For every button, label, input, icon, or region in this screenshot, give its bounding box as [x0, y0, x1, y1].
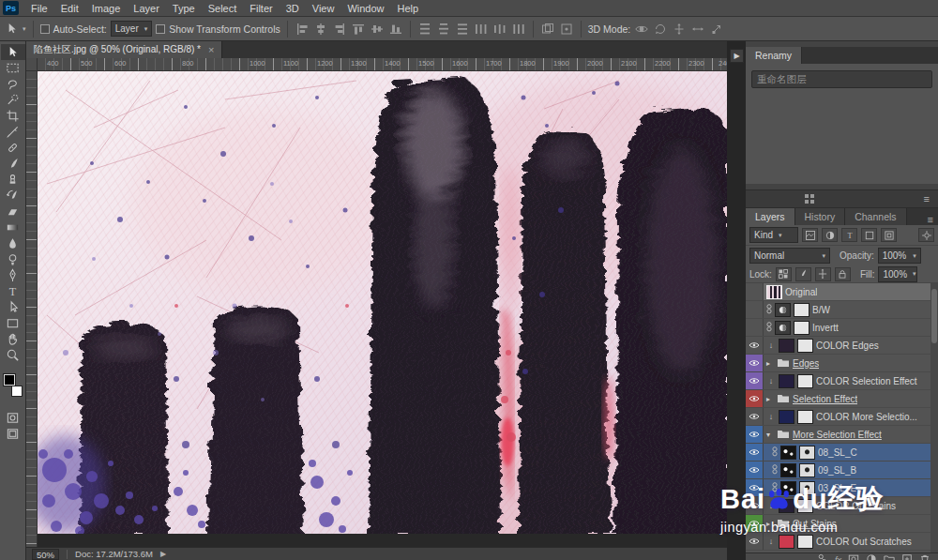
delete-layer-icon[interactable]: [919, 552, 930, 560]
distribute-vertical-centers-icon[interactable]: [436, 22, 451, 37]
adjustment-layer-icon[interactable]: [775, 303, 791, 317]
lock-position-icon[interactable]: [815, 267, 831, 281]
align-top-edges-icon[interactable]: [351, 22, 366, 37]
layer-row[interactable]: 03_SL_E: [746, 479, 938, 497]
tool-clone-stamp[interactable]: [1, 172, 25, 188]
layer-visibility-toggle[interactable]: [746, 515, 764, 532]
layer-row[interactable]: ▸ Selection Effect: [746, 390, 938, 408]
layer-visibility-toggle[interactable]: [746, 497, 764, 514]
tool-type[interactable]: T: [1, 283, 25, 299]
auto-select-target-dropdown[interactable]: Layer▾: [111, 21, 153, 37]
layer-thumbnail[interactable]: [780, 446, 796, 460]
layer-visibility-toggle[interactable]: [746, 533, 764, 550]
3d-roll-icon[interactable]: [653, 22, 668, 37]
tool-blur[interactable]: [1, 235, 25, 251]
toggle-reference-point-icon[interactable]: [559, 22, 574, 37]
layer-mask-thumbnail[interactable]: [794, 321, 809, 335]
layer-visibility-toggle[interactable]: [746, 319, 764, 336]
distribute-horizontal-centers-icon[interactable]: [492, 22, 507, 37]
layer-mask-thumbnail[interactable]: [797, 374, 813, 388]
layer-thumbnail[interactable]: [766, 285, 782, 299]
filter-pixel-layers-icon[interactable]: [802, 228, 818, 242]
tool-zoom[interactable]: [1, 347, 25, 363]
layer-thumbnail[interactable]: [780, 481, 796, 495]
panel-grid-icon[interactable]: [802, 191, 817, 206]
new-adjustment-layer-icon[interactable]: [866, 552, 877, 560]
tool-gradient[interactable]: [1, 219, 25, 235]
menu-type[interactable]: Type: [166, 0, 202, 17]
align-horizontal-centers-icon[interactable]: [313, 22, 328, 37]
distribute-bottom-edges-icon[interactable]: [455, 22, 470, 37]
color-swatches[interactable]: [3, 374, 23, 397]
layer-thumbnail[interactable]: [780, 463, 796, 477]
quick-mask-button[interactable]: [1, 410, 25, 426]
layer-mask-thumbnail[interactable]: [797, 339, 813, 353]
layer-visibility-toggle[interactable]: [746, 444, 764, 461]
layer-thumbnail[interactable]: [779, 410, 794, 424]
new-group-icon[interactable]: [884, 552, 895, 560]
tool-dodge[interactable]: [1, 251, 25, 267]
distribute-right-edges-icon[interactable]: [511, 22, 526, 37]
layer-mask-thumbnail[interactable]: [794, 303, 809, 317]
layer-mask-thumbnail[interactable]: [799, 463, 815, 477]
layer-mask-thumbnail[interactable]: [799, 481, 815, 495]
group-expander-icon[interactable]: ▸: [766, 520, 774, 528]
layer-visibility-toggle[interactable]: [746, 390, 764, 407]
layer-mask-thumbnail[interactable]: [797, 499, 813, 513]
tool-move[interactable]: [1, 44, 25, 60]
menu-help[interactable]: Help: [391, 0, 426, 17]
layers-panel-menu-icon[interactable]: ≡: [923, 214, 938, 225]
distribute-left-edges-icon[interactable]: [474, 22, 489, 37]
layer-visibility-toggle[interactable]: [746, 408, 764, 425]
layer-row[interactable]: B/W: [746, 301, 938, 319]
tool-eraser[interactable]: [1, 204, 25, 219]
tool-history-brush[interactable]: [1, 188, 25, 204]
lock-transparency-icon[interactable]: [776, 267, 792, 281]
adjustment-layer-icon[interactable]: [775, 321, 791, 335]
layer-thumbnail[interactable]: [779, 535, 794, 549]
tab-renamy[interactable]: Renamy: [746, 47, 802, 64]
filter-kind-dropdown[interactable]: Kind▾: [749, 227, 798, 243]
blend-mode-dropdown[interactable]: Normal▾: [749, 248, 830, 264]
layer-row[interactable]: ↓ COLOR More Selectio...: [746, 408, 938, 426]
layers-scrollbar[interactable]: [930, 283, 938, 552]
layer-row[interactable]: ↓ COLOR Selection Effect: [746, 372, 938, 390]
menu-filter[interactable]: Filter: [243, 0, 279, 17]
align-right-edges-icon[interactable]: [332, 22, 347, 37]
layer-visibility-toggle[interactable]: [746, 355, 764, 371]
tool-healing-brush[interactable]: [1, 140, 25, 156]
layer-row[interactable]: ▸ Edges: [746, 355, 938, 372]
group-expander-icon[interactable]: ▸: [766, 395, 774, 403]
filter-shape-layers-icon[interactable]: [861, 228, 877, 242]
menu-3d[interactable]: 3D: [280, 0, 306, 17]
foreground-color-swatch[interactable]: [4, 374, 15, 386]
menu-view[interactable]: View: [306, 0, 341, 17]
3d-slide-icon[interactable]: [690, 22, 705, 37]
align-vertical-centers-icon[interactable]: [370, 22, 385, 37]
auto-align-layers-icon[interactable]: [540, 22, 555, 37]
menu-file[interactable]: File: [24, 0, 54, 17]
opacity-dropdown[interactable]: 100%▾: [878, 248, 921, 264]
add-mask-icon[interactable]: [848, 552, 859, 560]
menu-edit[interactable]: Edit: [54, 0, 85, 17]
document-canvas[interactable]: [38, 71, 727, 534]
distribute-top-edges-icon[interactable]: [417, 22, 432, 37]
document-close-icon[interactable]: ×: [208, 44, 214, 55]
fill-dropdown[interactable]: 100%▾: [878, 266, 917, 282]
layer-visibility-toggle[interactable]: [746, 337, 764, 354]
layer-mask-thumbnail[interactable]: [799, 446, 815, 460]
3d-drag-icon[interactable]: [672, 22, 687, 37]
layer-row[interactable]: ↓ COLOR Out Scratches: [746, 533, 938, 551]
tool-eyedropper[interactable]: [1, 124, 25, 140]
tool-hand[interactable]: [1, 331, 25, 347]
panel-dock-menu-icon[interactable]: ≡: [919, 193, 934, 204]
layer-style-icon[interactable]: fx: [835, 555, 841, 560]
filter-smart-objects-icon[interactable]: [881, 228, 897, 242]
lock-pixels-icon[interactable]: [795, 267, 811, 281]
collapse-panels-button[interactable]: ▶: [730, 49, 744, 63]
menu-select[interactable]: Select: [202, 0, 244, 17]
align-bottom-edges-icon[interactable]: [388, 22, 403, 37]
tool-rectangular-marquee[interactable]: [1, 60, 25, 76]
tool-shape[interactable]: [1, 315, 25, 331]
layer-thumbnail[interactable]: [779, 374, 794, 388]
